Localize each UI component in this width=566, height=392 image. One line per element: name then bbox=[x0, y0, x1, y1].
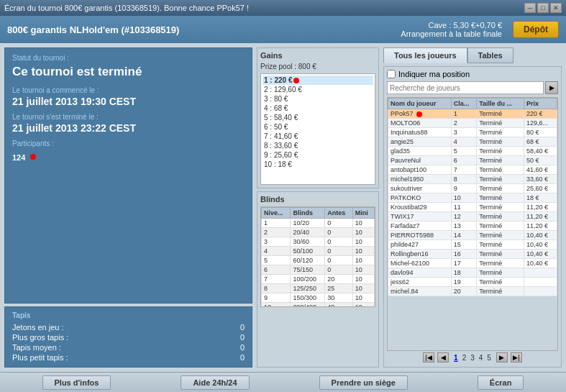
table-row[interactable]: Michel-6210017Terminé10,40 € bbox=[388, 259, 557, 268]
player-cell: 220 € bbox=[524, 109, 557, 119]
table-row[interactable]: MOLTO062Terminé129,6... bbox=[388, 119, 557, 128]
tab-all-players[interactable]: Tous les joueurs bbox=[383, 47, 467, 63]
player-cell: angie25 bbox=[388, 137, 452, 147]
first-page-button[interactable]: |◀ bbox=[423, 352, 434, 363]
player-cell: Kroustibat29 bbox=[388, 203, 452, 212]
indicate-position-checkbox[interactable] bbox=[387, 70, 396, 78]
table-row[interactable]: PIERROT598814Terminé10,40 € bbox=[388, 231, 557, 240]
blinds-cell: 10 bbox=[352, 256, 374, 265]
close-button[interactable]: ✕ bbox=[550, 3, 562, 13]
player-cell bbox=[524, 268, 557, 278]
table-row[interactable]: Kroustibat2911Terminé11,20 € bbox=[388, 203, 557, 212]
player-cell: 10 bbox=[451, 193, 476, 203]
table-row[interactable]: philde42715Terminé10,40 € bbox=[388, 240, 557, 250]
player-cell: PATKOKO bbox=[388, 193, 452, 203]
search-button[interactable]: ▶ bbox=[545, 81, 558, 94]
pagination-row: |◀ ◀ 12345 ▶ ▶| bbox=[387, 351, 558, 364]
player-cell: Terminé bbox=[477, 222, 524, 231]
prendre-siege-button[interactable]: Prendre un siège bbox=[319, 375, 408, 390]
player-cell: 19 bbox=[451, 278, 476, 287]
banner-info: Cave : 5,30 €+0,70 € Arrangement à la ta… bbox=[401, 21, 502, 38]
window-title: Écran du tournoi 800€ garantis (10336851… bbox=[4, 4, 249, 12]
blinds-cell: 0 bbox=[325, 247, 353, 256]
next-page-button[interactable]: ▶ bbox=[496, 352, 508, 363]
blinds-cell: 0 bbox=[325, 265, 353, 275]
table-row[interactable]: michel19508Terminé33,60 € bbox=[388, 175, 557, 184]
page-number[interactable]: 1 bbox=[452, 353, 460, 363]
blinds-cell: 10 bbox=[352, 284, 374, 293]
gains-section: Gains Prize pool : 800 € 1 : 220 €2 : 12… bbox=[257, 47, 379, 188]
player-cell: philde427 bbox=[388, 240, 452, 250]
blinds-cell: 100/200 bbox=[291, 275, 325, 284]
plus-dinfos-button[interactable]: Plus d'infos bbox=[42, 375, 111, 390]
player-cell: 58,40 € bbox=[524, 147, 557, 156]
minimize-button[interactable]: ─ bbox=[524, 3, 536, 13]
player-cell: Terminé bbox=[477, 175, 524, 184]
player-cell: 68 € bbox=[524, 137, 557, 147]
table-row[interactable]: antobapt1007Terminé41,60 € bbox=[388, 165, 557, 175]
prev-page-button[interactable]: ◀ bbox=[437, 352, 449, 363]
player-dot bbox=[416, 111, 422, 117]
player-cell: Terminé bbox=[477, 212, 524, 222]
player-cell: 10,40 € bbox=[524, 240, 557, 250]
player-cell: 6 bbox=[451, 156, 476, 165]
ecran-button[interactable]: Écran bbox=[478, 375, 524, 390]
page-number[interactable]: 4 bbox=[477, 353, 485, 363]
blinds-row: 330/60010 bbox=[262, 237, 375, 247]
maximize-button[interactable]: □ bbox=[537, 3, 549, 13]
last-page-button[interactable]: ▶| bbox=[511, 352, 522, 363]
table-row[interactable]: TWIX1712Terminé11,20 € bbox=[388, 212, 557, 222]
blinds-cell: 150/300 bbox=[291, 293, 325, 303]
table-row[interactable]: Farfadaz713Terminé11,20 € bbox=[388, 222, 557, 231]
table-row[interactable]: sukoutriver9Terminé25,60 € bbox=[388, 184, 557, 193]
player-cell: Rollingben16 bbox=[388, 250, 452, 259]
gains-list-item: 9 : 25,60 € bbox=[263, 150, 373, 160]
page-number[interactable]: 5 bbox=[485, 353, 493, 363]
table-row[interactable]: Inquinatus883Terminé80 € bbox=[388, 128, 557, 137]
blinds-header: Antes bbox=[325, 208, 353, 219]
table-row[interactable]: PauvreNul6Terminé50 € bbox=[388, 156, 557, 165]
player-cell: Terminé bbox=[477, 119, 524, 128]
gains-list[interactable]: 1 : 220 €2 : 129,60 €3 : 80 €4 : 68 €5 :… bbox=[260, 73, 375, 185]
blinds-container[interactable]: Nive...BlindsAntesMini 110/20010220/4001… bbox=[260, 206, 375, 307]
page-number[interactable]: 3 bbox=[468, 353, 477, 363]
table-row[interactable]: angie254Terminé68 € bbox=[388, 137, 557, 147]
player-cell: davlo94 bbox=[388, 268, 452, 278]
players-section: Indiquer ma position ▶ Nom du joueurCla.… bbox=[383, 66, 562, 368]
player-cell: PauvreNul bbox=[388, 156, 452, 165]
table-row[interactable]: davlo9418Terminé bbox=[388, 268, 557, 278]
blinds-header: Blinds bbox=[291, 208, 325, 219]
players-table-container[interactable]: Nom du joueurCla...Taille du ...Prix PPo… bbox=[387, 97, 558, 351]
blinds-cell: 8 bbox=[262, 284, 291, 293]
blinds-row: 10200/4004010 bbox=[262, 303, 375, 308]
table-row[interactable]: PATKOKO10Terminé18 € bbox=[388, 193, 557, 203]
player-cell: 13 bbox=[451, 222, 476, 231]
depot-button[interactable]: Dépôt bbox=[513, 21, 559, 38]
table-row[interactable]: Rollingben1616Terminé10,40 € bbox=[388, 250, 557, 259]
tab-tables[interactable]: Tables bbox=[467, 47, 513, 63]
blinds-row: 675/150010 bbox=[262, 265, 375, 275]
tapis-row-value: 0 bbox=[240, 333, 245, 342]
table-row[interactable]: glad355Terminé58,40 € bbox=[388, 147, 557, 156]
bottom-bar: Plus d'infos Aide 24h/24 Prendre un sièg… bbox=[0, 372, 566, 392]
indicate-position-label: Indiquer ma position bbox=[398, 70, 470, 78]
blinds-cell: 20/40 bbox=[291, 228, 325, 237]
blinds-cell: 30 bbox=[325, 293, 353, 303]
table-row[interactable]: michel.8420Terminé bbox=[388, 287, 557, 296]
tapis-row-label: Plus gros tapis : bbox=[12, 333, 68, 342]
player-cell: Terminé bbox=[477, 259, 524, 268]
page-number[interactable]: 2 bbox=[460, 353, 469, 363]
gains-list-item: 1 : 220 € bbox=[263, 76, 373, 85]
blinds-cell: 10 bbox=[352, 293, 374, 303]
table-row[interactable]: jess6219Terminé bbox=[388, 278, 557, 287]
blinds-cell: 10 bbox=[352, 237, 374, 247]
prize-pool: Prize pool : 800 € bbox=[260, 63, 375, 70]
blinds-row: 9150/3003010 bbox=[262, 293, 375, 303]
player-cell: 9 bbox=[451, 184, 476, 193]
gains-title: Gains bbox=[260, 51, 375, 60]
blinds-section: Blinds Nive...BlindsAntesMini 110/200102… bbox=[257, 191, 379, 368]
aide-button[interactable]: Aide 24h/24 bbox=[181, 375, 249, 390]
table-row[interactable]: PPok57 1Terminé220 € bbox=[388, 109, 557, 119]
search-input[interactable] bbox=[387, 81, 544, 94]
player-cell: Terminé bbox=[477, 184, 524, 193]
